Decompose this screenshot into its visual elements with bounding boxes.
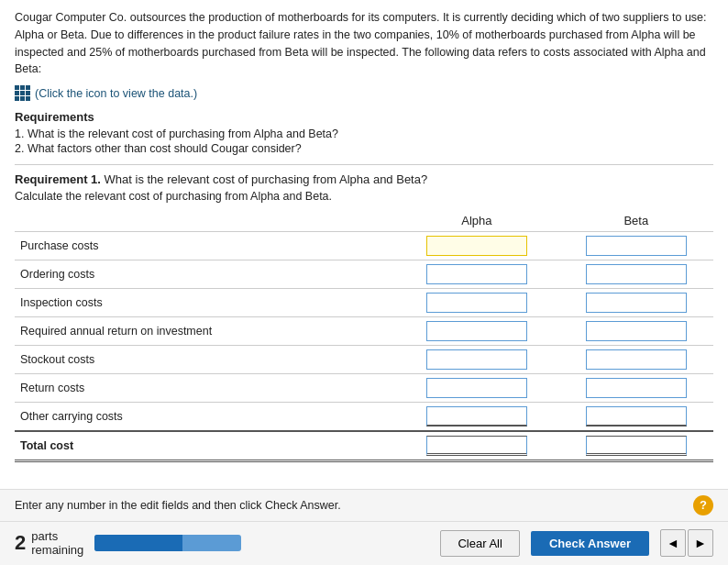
row-label-other-carrying: Other carrying costs (15, 403, 394, 432)
row-label-inspection-costs: Inspection costs (15, 289, 394, 317)
parts-label-line2: remaining (31, 543, 83, 558)
row-label-return-costs: Return costs (15, 374, 394, 403)
input-beta-annual-return[interactable] (586, 321, 687, 341)
input-cell-alpha-stockout[interactable] (394, 346, 558, 374)
data-link-label[interactable]: (Click the icon to view the data.) (35, 87, 197, 100)
table-row: Purchase costs (15, 232, 713, 260)
input-alpha-annual-return[interactable] (426, 321, 527, 341)
requirements-title: Requirements (15, 110, 713, 124)
parts-label-line1: parts (31, 529, 83, 544)
footer-bar: Enter any number in the edit fields and … (0, 489, 728, 565)
row-label-annual-return: Required annual return on investment (15, 317, 394, 346)
hint-text: Enter any number in the edit fields and … (15, 499, 341, 512)
section-divider (15, 164, 713, 165)
input-beta-other-carrying-costs[interactable] (586, 406, 687, 427)
check-answer-button[interactable]: Check Answer (531, 531, 649, 556)
intro-text: Cougar Computer Co. outsources the produ… (15, 9, 713, 78)
input-beta-purchase-costs[interactable] (586, 236, 687, 256)
input-beta-ordering-costs[interactable] (586, 264, 687, 284)
cost-table: Alpha Beta Purchase costs Ordering costs… (15, 212, 713, 462)
table-row: Ordering costs (15, 260, 713, 289)
req-heading: Requirement 1. What is the relevant cost… (15, 172, 713, 186)
action-bar: 2 parts remaining Clear All Check Answer… (0, 522, 728, 565)
input-beta-return-costs[interactable] (586, 378, 687, 398)
input-beta-total-cost[interactable] (586, 436, 687, 456)
input-alpha-inspection-costs[interactable] (426, 293, 527, 313)
input-cell-beta-ordering[interactable] (559, 260, 713, 289)
input-cell-beta-purchase[interactable] (559, 232, 713, 260)
input-cell-beta-annual-return[interactable] (559, 317, 713, 346)
input-cell-alpha-total[interactable] (394, 431, 558, 461)
col-alpha-header: Alpha (394, 212, 558, 232)
requirement-item-2: 2. What factors other than cost should C… (15, 142, 713, 155)
grid-icon (15, 85, 30, 101)
req-heading-text: What is the relevant cost of purchasing … (101, 172, 427, 186)
input-alpha-stockout-costs[interactable] (426, 349, 527, 370)
nav-prev-button[interactable]: ◄ (660, 529, 686, 557)
input-alpha-other-carrying-costs[interactable] (426, 406, 527, 427)
input-beta-stockout-costs[interactable] (586, 349, 687, 370)
input-cell-beta-return[interactable] (559, 374, 713, 403)
input-cell-alpha-inspection[interactable] (394, 289, 558, 317)
main-content: Cougar Computer Co. outsources the produ… (0, 0, 728, 462)
nav-next-button[interactable]: ► (688, 529, 713, 557)
row-label-stockout-costs: Stockout costs (15, 346, 394, 374)
row-label-ordering-costs: Ordering costs (15, 260, 394, 289)
hint-bar: Enter any number in the edit fields and … (0, 490, 728, 522)
calc-label: Calculate the relevant cost of purchasin… (15, 190, 713, 203)
input-alpha-total-cost[interactable] (426, 436, 527, 456)
parts-remaining: 2 parts remaining (15, 529, 83, 558)
table-row: Other carrying costs (15, 403, 713, 432)
data-link[interactable]: (Click the icon to view the data.) (15, 85, 713, 101)
row-label-purchase-costs: Purchase costs (15, 232, 394, 260)
req-heading-prefix: Requirement 1. (15, 172, 101, 186)
requirement-block: Requirement 1. What is the relevant cost… (15, 172, 713, 462)
table-row: Return costs (15, 374, 713, 403)
col-label-header (15, 212, 394, 232)
requirement-item-1: 1. What is the relevant cost of purchasi… (15, 127, 713, 140)
progress-bar-fill (94, 535, 182, 551)
input-alpha-ordering-costs[interactable] (426, 264, 527, 284)
input-beta-inspection-costs[interactable] (586, 293, 687, 313)
input-alpha-return-costs[interactable] (426, 378, 527, 398)
input-cell-beta-other-carrying[interactable] (559, 403, 713, 432)
hint-icon[interactable]: ? (693, 495, 713, 515)
table-row: Inspection costs (15, 289, 713, 317)
clear-all-button[interactable]: Clear All (440, 530, 519, 557)
input-cell-alpha-annual-return[interactable] (394, 317, 558, 346)
input-cell-beta-inspection[interactable] (559, 289, 713, 317)
input-cell-beta-stockout[interactable] (559, 346, 713, 374)
row-label-total-cost: Total cost (15, 431, 394, 461)
parts-label-stack: parts remaining (31, 529, 83, 558)
table-row-total: Total cost (15, 431, 713, 461)
input-cell-alpha-other-carrying[interactable] (394, 403, 558, 432)
progress-bar (94, 535, 241, 551)
input-cell-alpha-purchase[interactable] (394, 232, 558, 260)
requirements-section: Requirements 1. What is the relevant cos… (15, 110, 713, 155)
input-cell-beta-total[interactable] (559, 431, 713, 461)
nav-buttons: ◄ ► (660, 529, 713, 557)
input-cell-alpha-return[interactable] (394, 374, 558, 403)
input-cell-alpha-ordering[interactable] (394, 260, 558, 289)
parts-number: 2 (15, 531, 26, 555)
table-row: Stockout costs (15, 346, 713, 374)
input-alpha-purchase-costs[interactable] (426, 236, 527, 256)
col-beta-header: Beta (559, 212, 713, 232)
table-row: Required annual return on investment (15, 317, 713, 346)
